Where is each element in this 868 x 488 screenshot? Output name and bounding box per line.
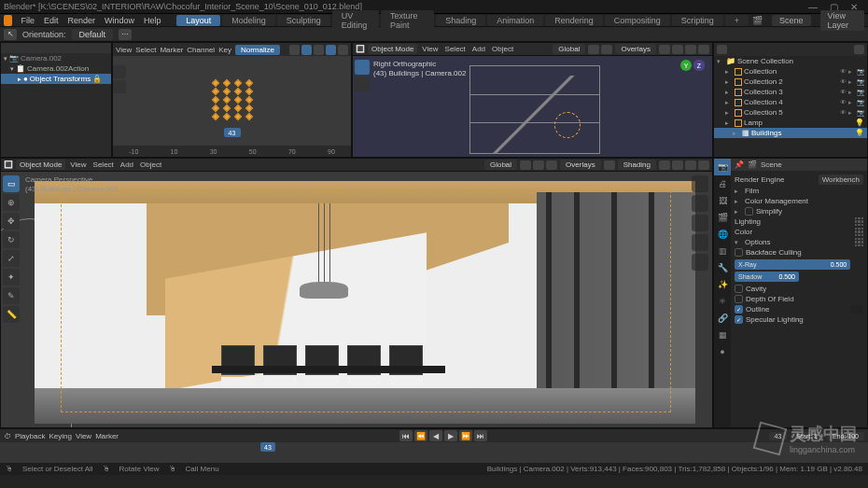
- main-select[interactable]: Select: [91, 160, 116, 169]
- playhead[interactable]: 43: [260, 442, 275, 452]
- workspace-shading[interactable]: Shading: [436, 15, 485, 26]
- shadow-slider[interactable]: Shadow0.500: [735, 272, 799, 282]
- prev-key-icon[interactable]: ⏪: [414, 430, 427, 441]
- scale-tool-icon[interactable]: ⤢: [3, 250, 20, 267]
- move-tool-icon[interactable]: ✥: [3, 213, 20, 230]
- outliner-collection[interactable]: ▸ Collection👁▸📷: [714, 66, 867, 77]
- xray-slider[interactable]: X-Ray0.500: [735, 259, 850, 270]
- tl-view[interactable]: View: [76, 432, 91, 440]
- material-tab-icon[interactable]: ●: [714, 343, 731, 360]
- dope-sheet[interactable]: View Select Marker Channel Key Normalize: [112, 42, 352, 158]
- channel-action[interactable]: ▾ 📋 Camera.002Action: [1, 63, 111, 74]
- dope-icon-5[interactable]: [338, 45, 348, 55]
- menu-window[interactable]: Window: [101, 16, 138, 25]
- normalize-button[interactable]: Normalize: [235, 45, 280, 55]
- keyframe[interactable]: [211, 79, 218, 87]
- shade-render-icon[interactable]: [698, 160, 709, 170]
- ortho-overlays-dropdown[interactable]: Overlays: [615, 44, 656, 54]
- measure-tool-icon[interactable]: 📏: [3, 306, 20, 323]
- orthographic-viewport[interactable]: 🔳 Object Mode View Select Add Object Glo…: [352, 42, 713, 158]
- workspace-uv[interactable]: UV Editing: [332, 10, 379, 31]
- ortho-global-dropdown[interactable]: Global: [553, 44, 585, 54]
- pan-icon[interactable]: [692, 215, 708, 231]
- keyframe[interactable]: [222, 113, 230, 120]
- color-grid-icon[interactable]: [855, 228, 863, 236]
- panel-film[interactable]: Film: [745, 187, 863, 195]
- keyframe[interactable]: [222, 105, 230, 112]
- ortho-body[interactable]: Right Orthographic (43) Buildings | Came…: [353, 56, 712, 157]
- keyframe[interactable]: [245, 113, 252, 120]
- workspace-scripting[interactable]: Scripting: [672, 15, 723, 26]
- pivot-icon[interactable]: [546, 160, 557, 170]
- options-grid-icon[interactable]: [855, 238, 863, 246]
- cursor-tool-icon[interactable]: ⊕: [3, 194, 20, 211]
- main-viewport[interactable]: 🔳 Object Mode View Select Add Object Glo…: [0, 158, 713, 428]
- cursor-tool-icon[interactable]: ↖: [4, 29, 17, 40]
- start-field[interactable]: Start: 1: [791, 432, 823, 440]
- scene-tab-icon[interactable]: 🎬: [714, 209, 731, 226]
- simplify-check[interactable]: [745, 207, 753, 216]
- engine-dropdown[interactable]: Workbench: [819, 174, 863, 185]
- options-icon[interactable]: ⋯: [119, 29, 132, 40]
- dope-icon-3[interactable]: [314, 45, 324, 55]
- ortho-select[interactable]: Select: [443, 45, 468, 53]
- select-tool-icon[interactable]: [355, 60, 370, 75]
- keyframe[interactable]: [245, 79, 252, 87]
- keyframe[interactable]: [233, 113, 241, 120]
- prop-icon[interactable]: [533, 160, 544, 170]
- keyframe[interactable]: [233, 96, 241, 104]
- keyframe[interactable]: [222, 96, 230, 104]
- outliner-collection[interactable]: ▸ Collection 4👁▸📷: [714, 97, 867, 107]
- main-viewport-body[interactable]: ▭ ⊕ ✥ ↻ ⤢ ✦ ✎ 📏 Camera Perspective (43) …: [1, 172, 712, 427]
- dope-marker[interactable]: Marker: [160, 46, 183, 54]
- workspace-rendering[interactable]: Rendering: [545, 15, 603, 26]
- play-rev-icon[interactable]: ◀: [429, 430, 442, 441]
- select-box-tool-icon[interactable]: ▭: [3, 175, 20, 192]
- jump-start-icon[interactable]: ⏮: [399, 430, 413, 441]
- outliner-collection[interactable]: ▸ Collection 3👁▸📷: [714, 87, 867, 97]
- zoom-icon[interactable]: [692, 195, 708, 212]
- shade-wire-icon[interactable]: [659, 160, 670, 170]
- outliner-search[interactable]: [730, 45, 851, 54]
- outliner-lamp[interactable]: ▸ Lamp💡: [714, 118, 867, 128]
- physics-tab-icon[interactable]: ⚛: [714, 293, 731, 310]
- keyframe[interactable]: [245, 96, 252, 104]
- ortho-snap-icon[interactable]: [588, 45, 599, 54]
- outliner-root[interactable]: ▾📁 Scene Collection: [714, 56, 867, 66]
- camera-view-icon[interactable]: [692, 234, 708, 251]
- ortho-mode-dropdown[interactable]: Object Mode: [368, 44, 417, 54]
- scene-selector[interactable]: Scene: [772, 15, 811, 26]
- backface-check[interactable]: [735, 248, 743, 257]
- constraint-tab-icon[interactable]: 🔗: [714, 310, 731, 327]
- menu-file[interactable]: File: [18, 16, 39, 25]
- specular-check[interactable]: ✓: [735, 315, 743, 324]
- ortho-add[interactable]: Add: [470, 45, 487, 53]
- shading-solid-icon[interactable]: [672, 45, 683, 54]
- current-frame-marker[interactable]: 43: [224, 128, 241, 137]
- keyframe[interactable]: [211, 105, 218, 112]
- ortho-object[interactable]: Object: [490, 45, 515, 53]
- keyframe[interactable]: [245, 88, 252, 95]
- cavity-check[interactable]: [735, 285, 743, 293]
- workspace-sculpting[interactable]: Sculpting: [277, 15, 330, 26]
- main-shading-dropdown[interactable]: Shading: [618, 160, 656, 170]
- shading-mat-icon[interactable]: [685, 45, 696, 54]
- dope-channel[interactable]: Channel: [187, 46, 215, 54]
- modifier-tab-icon[interactable]: 🔧: [714, 259, 731, 276]
- cursor3d-tool-icon[interactable]: [355, 77, 370, 91]
- workspace-layout[interactable]: Layout: [176, 15, 220, 26]
- rotate-tool-icon[interactable]: ↻: [3, 231, 20, 248]
- play-icon[interactable]: ▶: [444, 430, 457, 441]
- render-tab-icon[interactable]: 📷: [714, 159, 731, 175]
- jump-end-icon[interactable]: ⏭: [474, 430, 487, 441]
- keyframe[interactable]: [222, 79, 230, 87]
- axis-gizmo[interactable]: X Y Z: [680, 60, 707, 86]
- workspace-animation[interactable]: Animation: [487, 15, 543, 26]
- channel-camera[interactable]: ▾ 📷 Camera.002: [1, 53, 111, 63]
- orientation-dropdown[interactable]: Default: [72, 29, 114, 40]
- main-overlays-dropdown[interactable]: Overlays: [560, 160, 601, 170]
- panel-colormgmt[interactable]: Color Management: [745, 197, 863, 205]
- panel-options[interactable]: Options: [745, 238, 852, 246]
- dope-select[interactable]: Select: [135, 46, 156, 54]
- outline-color-swatch[interactable]: [850, 305, 863, 314]
